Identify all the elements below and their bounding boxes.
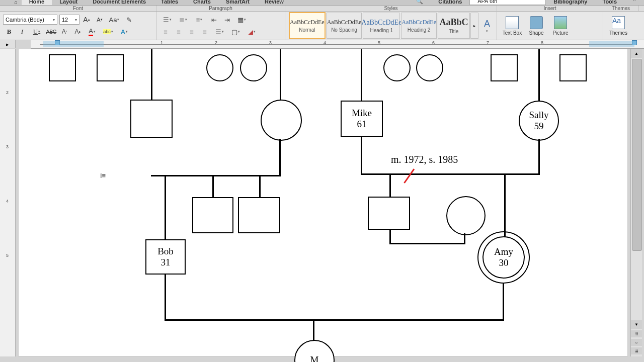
font-size-select[interactable]: 12 (59, 15, 79, 25)
change-case-button[interactable]: Aa▾ (107, 14, 122, 25)
increase-indent-button[interactable]: ⇥ (221, 14, 233, 25)
separation-mark[interactable] (404, 168, 415, 184)
bob-box[interactable]: Bob 31 (145, 239, 186, 275)
insert-textbox-button[interactable]: Text Box (500, 13, 524, 39)
female-circle[interactable] (446, 196, 486, 235)
bold-button[interactable]: B (3, 26, 15, 37)
themes-button[interactable]: Aa Themes (606, 13, 630, 39)
ruler-mark: 7 (487, 40, 489, 45)
m-circle[interactable]: M (294, 340, 335, 362)
male-box[interactable] (97, 54, 124, 81)
female-circle[interactable] (240, 54, 267, 81)
tab-tables[interactable]: Tables (153, 0, 186, 5)
ruler-mark: 3 (269, 40, 272, 45)
tab-layout[interactable]: Layout (52, 0, 85, 5)
scroll-down-button[interactable]: ▼ (631, 320, 642, 329)
styles-pane-button[interactable]: A▾ (480, 13, 494, 39)
female-circle[interactable] (206, 54, 233, 81)
vertical-scrollbar[interactable]: ▲ ▼ ⇈ ○ ⇊ (630, 49, 642, 356)
sally-circle[interactable]: Sally 59 (519, 101, 559, 141)
tab-document-elements[interactable]: Document Elements (85, 0, 153, 5)
font-color-button[interactable]: A▾ (85, 26, 100, 37)
line-spacing-button[interactable]: ☰▾ (212, 26, 227, 37)
mike-box[interactable]: Mike 61 (341, 101, 383, 137)
style-heading1[interactable]: AaBbCcDdEe Heading 1 (363, 13, 400, 39)
male-box[interactable] (559, 54, 587, 81)
text-effects-button[interactable]: A▾ (117, 26, 132, 37)
bullets-button[interactable]: ☰▾ (159, 14, 175, 25)
horizontal-ruler[interactable]: 1 2 3 4 5 6 7 8 (31, 40, 644, 49)
main-tabs: ⌂ Home Layout Document Elements Tables C… (0, 0, 644, 6)
tab-smartart[interactable]: SmartArt (218, 0, 257, 5)
collapse-ribbon-icon[interactable]: ⌃ (624, 0, 644, 5)
tab-charts[interactable]: Charts (186, 0, 218, 5)
tab-home[interactable]: Home (22, 0, 52, 5)
male-box[interactable] (192, 197, 233, 233)
ribbon-group-paragraph: ☰▾ ≣▾ ≡▾ ⇤ ⇥ ▦▾ ≡ ≡ ≡ ≡ ☰▾ ▢▾ ◢▾ (156, 12, 285, 40)
female-circle[interactable] (383, 54, 411, 81)
male-box[interactable] (49, 54, 76, 81)
align-left-button[interactable]: ≡ (159, 26, 172, 37)
scroll-up-button[interactable]: ▲ (631, 49, 642, 58)
ribbon-label-themes: Themes (603, 6, 639, 11)
male-box[interactable] (491, 54, 518, 81)
borders-button[interactable]: ▢▾ (228, 26, 243, 37)
browse-object-button[interactable]: ○ (631, 339, 642, 346)
tab-tools[interactable]: Tools (595, 0, 624, 5)
ribbon-label-font: Font (0, 6, 156, 11)
female-circle[interactable] (416, 54, 443, 81)
tab-citations[interactable]: Citations (431, 0, 469, 5)
italic-button[interactable]: I (16, 26, 28, 37)
styles-more-button[interactable]: ▸ (470, 13, 478, 39)
ruler-toggle-button[interactable]: ▸ (0, 40, 16, 48)
decrease-indent-button[interactable]: ⇤ (208, 14, 220, 25)
home-icon[interactable]: ⌂ (10, 0, 22, 5)
m-name: M (310, 354, 319, 362)
shading-button[interactable]: ◢▾ (244, 26, 259, 37)
male-box[interactable] (130, 100, 173, 138)
ruler-mark: 4 (324, 40, 326, 45)
amy-circle[interactable]: Amy 30 (482, 236, 525, 279)
shape-icon (530, 16, 543, 29)
columns-button[interactable]: ▦▾ (234, 14, 249, 25)
shrink-font-button[interactable]: A▾ (94, 14, 106, 25)
style-title[interactable]: AaBbC Title (438, 13, 470, 39)
document-page[interactable]: Bob 31 Mike 61 Sally 59 m. 1972, s. 1985 (18, 49, 628, 356)
style-no-spacing[interactable]: AaBbCcDdEe No Spacing (327, 13, 362, 39)
insert-shape-button[interactable]: Shape (524, 13, 548, 39)
bob-age: 31 (161, 257, 171, 268)
numbering-button[interactable]: ≣▾ (176, 14, 191, 25)
insert-picture-button[interactable]: Picture (548, 13, 573, 39)
superscript-button[interactable]: A² (58, 26, 70, 37)
subscript-button[interactable]: A₂ (71, 26, 84, 37)
mike-name: Mike (352, 108, 372, 119)
style-normal[interactable]: AaBbCcDdEe Normal (289, 12, 326, 39)
underline-button[interactable]: U▾ (29, 26, 44, 37)
tab-bibliography[interactable]: Bibliography (546, 0, 595, 5)
highlight-button[interactable]: abc▾ (101, 26, 116, 37)
male-box[interactable] (238, 197, 280, 233)
vertical-ruler[interactable]: 2 3 4 5 (0, 49, 16, 356)
ruler-mark: 2 (215, 40, 217, 45)
strikethrough-button[interactable]: ABC (45, 26, 57, 37)
tab-review[interactable]: Review (257, 0, 291, 5)
marriage-text[interactable]: m. 1972, s. 1985 (391, 154, 458, 165)
font-name-select[interactable]: Cambria (Body) (3, 15, 57, 25)
justify-button[interactable]: ≡ (199, 26, 211, 37)
multilevel-button[interactable]: ≡▾ (192, 14, 207, 25)
style-heading2[interactable]: AaBbCcDdEe Heading 2 (401, 13, 437, 39)
page-down-button[interactable]: ⇊ (631, 347, 642, 354)
amy-name: Amy (494, 246, 513, 257)
grow-font-button[interactable]: A▴ (80, 14, 93, 25)
male-box[interactable] (368, 197, 410, 230)
align-right-button[interactable]: ≡ (186, 26, 198, 37)
scroll-thumb[interactable] (632, 59, 642, 251)
clear-formatting-button[interactable]: ✎ (123, 14, 135, 25)
page-up-button[interactable]: ⇈ (631, 330, 642, 337)
align-center-button[interactable]: ≡ (173, 26, 185, 37)
search-icon[interactable]: 🔍 (409, 0, 431, 5)
citation-style-select[interactable]: APA 6th (469, 0, 546, 5)
ruler-mark: 1 (160, 40, 163, 45)
ribbon-group-styles: AaBbCcDdEe Normal AaBbCcDdEe No Spacing … (285, 11, 497, 41)
female-circle[interactable] (261, 100, 302, 141)
